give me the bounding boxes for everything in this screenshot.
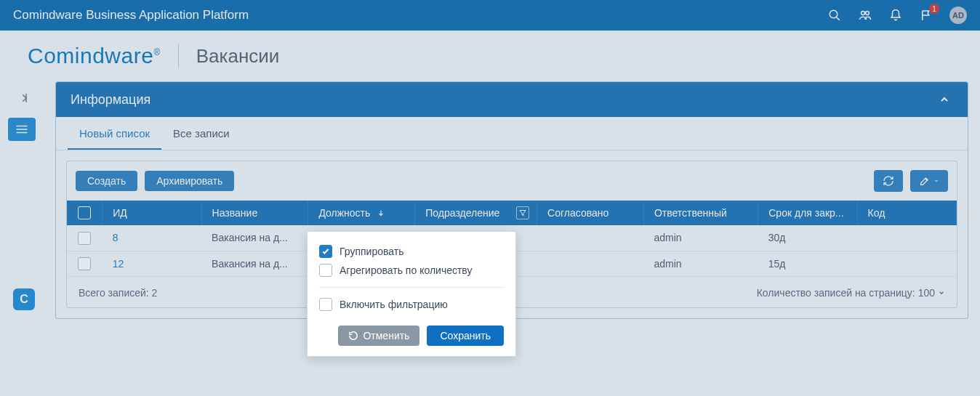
row-code [857,225,956,251]
row-title: Вакансия на д... [201,225,308,251]
divider [178,44,179,68]
column-code[interactable]: Код [857,201,956,225]
checkbox-aggregate[interactable] [319,264,332,277]
option-group-label: Группировать [340,246,403,257]
row-deadline: 15д [758,251,857,276]
tab-new-list[interactable]: Новый список [68,117,161,150]
refresh-button[interactable] [874,170,903,192]
column-deadline[interactable]: Срок для закр... [758,201,857,225]
panel-title: Информация [71,92,150,108]
cancel-button[interactable]: Отменить [338,326,419,346]
row-deadline: 30д [758,225,857,251]
search-icon[interactable] [827,8,842,23]
column-options-popup: Группировать Агрегировать по количеству … [307,231,516,357]
row-checkbox[interactable] [78,257,91,270]
row-approved [537,251,644,276]
svg-line-1 [836,17,840,20]
option-aggregate-label: Агрегировать по количеству [340,264,473,276]
checkbox-filter[interactable] [319,298,332,311]
column-approved[interactable]: Согласовано [537,201,644,225]
logo: Comindware® [28,44,161,68]
column-id[interactable]: ИД [103,201,201,225]
row-code [857,251,956,276]
page-size-dropdown[interactable]: Количество записей на страницу: 100 [757,287,945,299]
avatar[interactable]: AD [949,7,967,24]
sort-desc-icon [377,207,385,219]
archive-button[interactable]: Архивировать [145,171,234,191]
filter-icon[interactable] [516,206,529,219]
row-title: Вакансия на д... [201,251,308,276]
row-id-link[interactable]: 12 [103,251,201,276]
edit-view-button[interactable] [910,170,948,192]
svg-point-3 [866,12,869,15]
menu-button[interactable] [8,118,36,141]
page-title: Вакансии [196,45,280,68]
row-owner: admin [643,251,758,276]
checkbox-group[interactable] [319,245,332,258]
svg-point-0 [830,10,838,18]
row-approved [537,225,644,251]
tab-all-records[interactable]: Все записи [161,117,241,150]
column-owner[interactable]: Ответственный [643,201,758,225]
notification-badge: 1 [929,4,939,14]
panel-collapse-button[interactable] [936,91,953,108]
row-checkbox[interactable] [78,232,91,245]
column-title[interactable]: Название [201,201,308,225]
row-id-link[interactable]: 8 [103,225,201,251]
flag-icon[interactable]: 1 [919,8,933,23]
column-department[interactable]: Подразделение [415,201,537,225]
option-filter-label: Включить фильтрацию [340,299,448,310]
row-owner: admin [643,225,758,251]
people-icon[interactable] [858,8,872,23]
bell-icon[interactable] [888,8,903,23]
comindware-icon[interactable]: C [13,288,35,310]
collapse-sidebar-button[interactable] [9,87,34,109]
column-select-all[interactable] [67,201,103,225]
app-title: Comindware Business Application Platform [13,8,827,23]
create-button[interactable]: Создать [76,171,137,191]
column-position[interactable]: Должность [308,201,415,225]
save-button[interactable]: Сохранить [427,326,504,346]
svg-point-2 [861,12,865,15]
